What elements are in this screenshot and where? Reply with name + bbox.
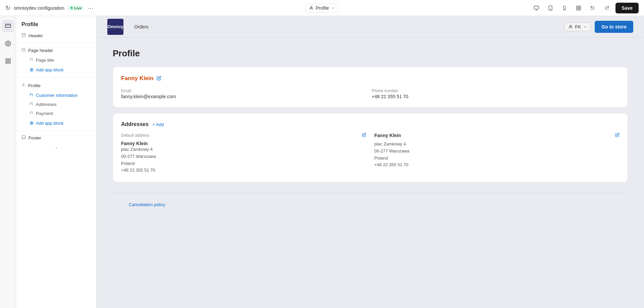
content-area: Omnivy Orders FK Go to store Profile (97, 16, 644, 308)
second-address-country: Poland (374, 155, 620, 162)
page-title-icon (30, 58, 33, 62)
save-button[interactable]: Save (615, 3, 639, 13)
svg-rect-21 (22, 49, 25, 52)
store-logo: Omnivy (107, 19, 123, 35)
topbar-center: Profile (305, 4, 339, 12)
default-address-line1: plac Zamkowy 4 (121, 146, 366, 153)
settings-icon-button[interactable] (2, 38, 14, 50)
plus-icon-2: ⊕ (30, 120, 34, 126)
nav-link-orders[interactable]: Orders (134, 24, 149, 29)
page-header-label: Page header (28, 48, 53, 53)
topbar: ↻ omnivydev configuration Live ⋯ Profile (0, 0, 644, 16)
customer-info-card: Fanny Klein Email fanny.klein@example.co… (113, 67, 628, 108)
store-nav: Omnivy Orders FK Go to store (97, 16, 644, 38)
divider-3 (16, 131, 96, 131)
sidebar-item-payment[interactable]: Payment (16, 109, 96, 118)
email-info: Email fanny.klein@example.com (121, 88, 369, 99)
default-address-type: Default address (121, 133, 149, 138)
sidebar-icon-rail (0, 16, 16, 308)
back-button[interactable]: ↻ (5, 4, 10, 12)
device-tablet-icon[interactable] (545, 3, 556, 13)
svg-rect-9 (579, 6, 581, 8)
email-value: fanny.klein@example.com (121, 94, 369, 99)
more-button[interactable]: ⋯ (88, 4, 94, 12)
add-block-button-1[interactable]: ⊕ Add app block (16, 65, 96, 75)
second-address-header: Fanny Klein (374, 133, 620, 138)
divider-2 (16, 77, 96, 78)
svg-point-14 (7, 43, 9, 45)
email-label: Email (121, 88, 369, 93)
svg-rect-12 (5, 25, 10, 27)
live-dot (70, 7, 73, 9)
addresses-card: Addresses + Add Default address (113, 113, 628, 182)
site-name: omnivydev configuration (14, 5, 64, 11)
svg-rect-1 (534, 6, 539, 9)
undo-icon[interactable] (587, 3, 598, 13)
svg-point-5 (550, 9, 551, 9)
footer-icon (21, 135, 26, 140)
blocks-icon-button[interactable] (2, 55, 14, 67)
footer-item-label: Footer (29, 135, 41, 140)
live-badge: Live (68, 5, 84, 11)
profile-section-icon (21, 83, 25, 88)
svg-rect-11 (579, 8, 581, 10)
svg-rect-8 (577, 6, 578, 8)
sidebar-item-customer-info[interactable]: Customer information (16, 91, 96, 100)
second-address-line1: plac Zamkowy 4 (374, 141, 620, 148)
default-address-name: Fanny Klein (121, 141, 366, 146)
default-address-header: Default address (121, 133, 366, 138)
redo-icon[interactable] (601, 3, 612, 13)
svg-rect-32 (22, 136, 25, 139)
svg-point-7 (565, 9, 565, 9)
sidebar-item-page-title[interactable]: Page title (16, 56, 96, 65)
store-nav-links: Orders (134, 24, 554, 29)
sidebar-item-header[interactable]: Header (16, 30, 96, 41)
sidebar-item-footer[interactable]: Footer (16, 132, 96, 143)
default-address-line2: 00-277 Warszawa (121, 153, 366, 160)
second-address-block: Fanny Klein plac Zamkowy 4 00-277 Warsza… (374, 133, 620, 174)
profile-section-header[interactable]: Profile (16, 80, 96, 91)
add-block-label-2: Add app block (36, 121, 63, 126)
page-header-section-header[interactable]: Page header (16, 45, 96, 56)
svg-rect-17 (6, 62, 7, 63)
svg-point-25 (23, 84, 24, 85)
default-address-country: Poland (121, 160, 366, 167)
svg-rect-10 (577, 8, 578, 10)
scroll-down-arrow[interactable]: ⌄ (16, 143, 96, 150)
add-address-button[interactable]: + Add (153, 122, 164, 127)
add-block-button-2[interactable]: ⊕ Add app block (16, 118, 96, 128)
chevron-down-icon (331, 6, 335, 10)
sidebar-title: Profile (16, 16, 96, 30)
second-address-line2: 00-277 Warszawa (374, 148, 620, 155)
svg-rect-15 (6, 59, 7, 60)
page-header-section: Page header Page title ⊕ Add app block (16, 44, 96, 76)
device-mobile-icon[interactable] (559, 3, 570, 13)
user-dropdown-icon (583, 25, 587, 29)
apps-icon[interactable] (573, 3, 584, 13)
svg-rect-16 (8, 59, 10, 60)
profile-dropdown-button[interactable]: Profile (305, 4, 339, 12)
layers-icon-button[interactable] (2, 20, 14, 32)
topbar-right: Save (343, 3, 639, 13)
edit-customer-icon[interactable] (157, 76, 161, 81)
cancellation-policy-link[interactable]: Cancellation policy (129, 202, 165, 207)
default-address-block: Default address Fanny Klein plac Zamkowy… (121, 133, 366, 174)
person-icon (309, 6, 314, 10)
customer-info-grid: Email fanny.klein@example.com Phone numb… (121, 88, 620, 99)
user-initials-badge[interactable]: FK (565, 22, 591, 31)
customer-info-label: Customer information (36, 93, 77, 98)
phone-label: Phone number (372, 88, 620, 93)
sidebar-item-addresses[interactable]: Addresses (16, 100, 96, 109)
device-desktop-icon[interactable] (531, 3, 542, 13)
payment-icon (30, 111, 33, 116)
live-label: Live (74, 6, 82, 10)
edit-second-address-icon[interactable] (615, 133, 620, 138)
plus-icon-1: ⊕ (30, 67, 34, 73)
payment-label: Payment (36, 111, 53, 116)
go-to-store-button[interactable]: Go to store (595, 21, 633, 33)
topbar-left: ↻ omnivydev configuration Live ⋯ (5, 4, 301, 12)
phone-value: +48 22 355 51 70 (372, 94, 620, 99)
edit-default-address-icon[interactable] (362, 133, 366, 138)
customer-name-row: Fanny Klein (121, 75, 620, 82)
profile-label: Profile (316, 5, 329, 11)
